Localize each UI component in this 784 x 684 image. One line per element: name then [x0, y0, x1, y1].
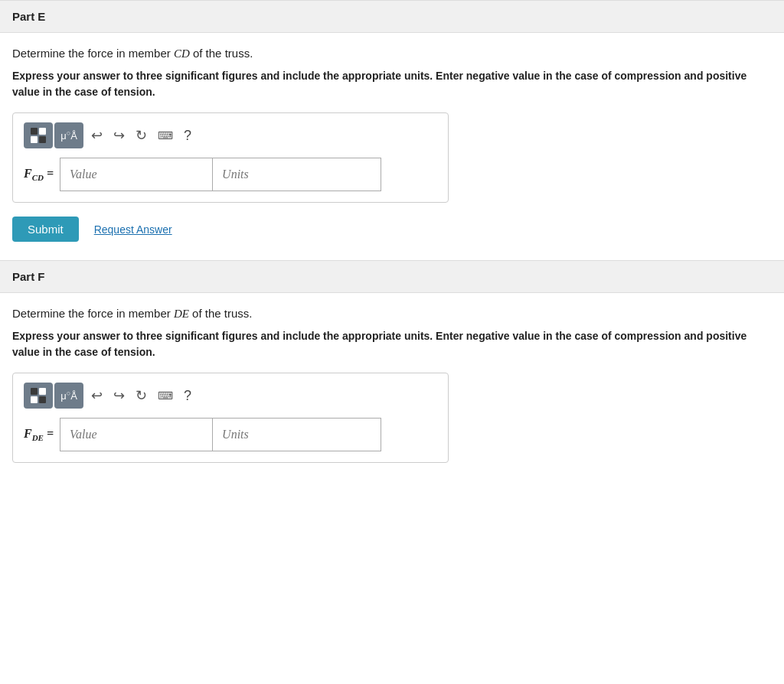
part-e-question: Determine the force in member CD of the …: [12, 47, 772, 60]
part-e-header: Part E: [0, 0, 784, 33]
part-e-answer-box: μ○Å ↩ ↪ ↻ ⌨ ? FCD =: [12, 112, 449, 203]
matrix-icon: [31, 128, 46, 143]
part-e-request-answer-button[interactable]: Request Answer: [94, 223, 172, 236]
part-f-value-input[interactable]: [60, 418, 213, 451]
part-e-units-input[interactable]: [213, 158, 381, 191]
part-e-content: Determine the force in member CD of the …: [0, 33, 784, 260]
part-f-redo-button[interactable]: ↪: [110, 386, 128, 406]
part-f-tool-group: μ○Å: [24, 383, 83, 409]
part-e-value-input[interactable]: [60, 158, 213, 191]
part-e-input-row: FCD =: [24, 158, 437, 191]
part-f-toolbar: μ○Å ↩ ↪ ↻ ⌨ ?: [24, 383, 437, 409]
part-f-title: Part F: [12, 270, 45, 283]
redo-button[interactable]: ↪: [110, 125, 128, 145]
part-f-content: Determine the force in member DE of the …: [0, 293, 784, 481]
part-f-field-label: FDE =: [24, 427, 54, 442]
part-f-instruction: Express your answer to three significant…: [12, 328, 772, 360]
part-e-subscript: CD: [32, 173, 44, 182]
part-f-keyboard-icon: ⌨: [158, 389, 173, 402]
part-e-title: Part E: [12, 10, 45, 23]
matrix-button[interactable]: [24, 122, 53, 148]
part-e-field-label: FCD =: [24, 167, 54, 182]
part-f-input-row: FDE =: [24, 418, 437, 451]
help-button[interactable]: ?: [181, 126, 194, 145]
part-f-keyboard-button[interactable]: ⌨: [155, 388, 176, 403]
part-f-question: Determine the force in member DE of the …: [12, 307, 772, 321]
part-f-help-button[interactable]: ?: [181, 386, 194, 406]
mu-icon: μ○Å: [60, 130, 77, 141]
part-f-member: DE: [174, 308, 189, 320]
part-e-submit-button[interactable]: Submit: [12, 217, 79, 242]
part-f-undo-button[interactable]: ↩: [88, 386, 106, 406]
part-f-header: Part F: [0, 260, 784, 293]
part-e-member: CD: [174, 47, 190, 60]
part-e-tool-group: μ○Å: [24, 122, 83, 148]
undo-button[interactable]: ↩: [88, 125, 106, 145]
part-f-mu-icon: μ○Å: [60, 390, 77, 401]
part-f-help-icon: ?: [184, 388, 191, 404]
part-f-reset-button[interactable]: ↻: [132, 386, 150, 406]
mu-button[interactable]: μ○Å: [54, 122, 83, 148]
part-f-matrix-button[interactable]: [24, 383, 53, 409]
part-f-matrix-icon: [31, 388, 46, 403]
part-e-submit-row: Submit Request Answer: [12, 217, 772, 242]
part-f-answer-box: μ○Å ↩ ↪ ↻ ⌨ ? FDE =: [12, 373, 449, 463]
part-f-units-input[interactable]: [213, 418, 381, 451]
part-e-toolbar: μ○Å ↩ ↪ ↻ ⌨ ?: [24, 122, 437, 148]
part-e-instruction: Express your answer to three significant…: [12, 68, 772, 100]
reset-button[interactable]: ↻: [132, 125, 150, 145]
part-f-mu-button[interactable]: μ○Å: [54, 383, 83, 409]
help-icon: ?: [184, 128, 191, 144]
keyboard-button[interactable]: ⌨: [155, 128, 176, 143]
keyboard-icon: ⌨: [158, 129, 173, 142]
part-f-subscript: DE: [32, 433, 44, 442]
